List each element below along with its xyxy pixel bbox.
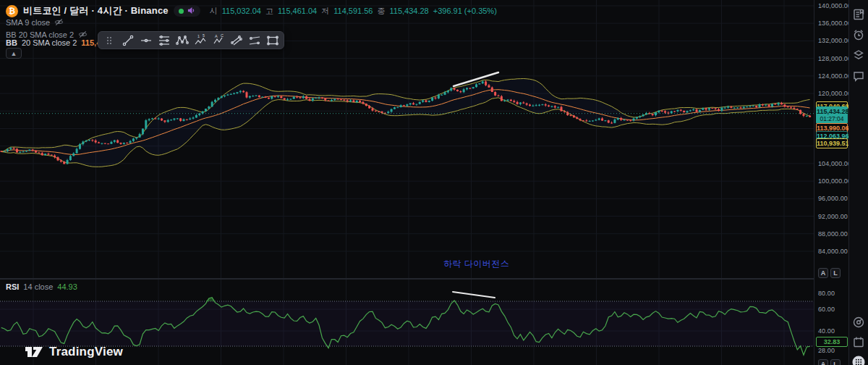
open-label: 시	[210, 6, 218, 17]
low-label: 저	[321, 6, 329, 17]
rsi-tick: 60.00	[818, 306, 835, 313]
legend-collapse-button[interactable]: ▲	[6, 48, 22, 59]
svg-text:A: A	[215, 34, 218, 38]
legend-sma9[interactable]: SMA 9 close	[6, 17, 64, 27]
rsi-tick: 28.00	[818, 347, 835, 354]
price-axis[interactable]: 140,000.00136,000.00132,000.00128,000.00…	[814, 0, 848, 365]
disjoint-channel-tool[interactable]	[246, 33, 263, 48]
log-scale-button[interactable]: L	[830, 268, 841, 278]
horizontal-line-tool[interactable]	[137, 33, 154, 48]
price-tick: 84,000.00	[818, 248, 848, 255]
ohlc-readout: 시115,032.04 고115,461.04 저114,591.56 종115…	[210, 6, 497, 17]
elliott-wave-tool[interactable]: 15	[192, 33, 208, 48]
rsi-name: RSI	[6, 282, 19, 291]
parallel-lines-tool[interactable]	[156, 33, 172, 48]
right-sidebar	[848, 0, 868, 365]
tradingview-logo-text: TradingView	[49, 345, 123, 359]
close-label: 종	[378, 6, 386, 17]
price-tick: 124,000.00	[818, 72, 851, 80]
close-value: 115,434.28	[390, 7, 429, 15]
price-tag: 115,434.2801:27:04	[816, 106, 848, 124]
high-value: 115,461.04	[278, 7, 317, 15]
price-tick: 120,000.00	[818, 90, 851, 97]
log-scale-button[interactable]: L	[830, 359, 841, 365]
trend-line-tool[interactable]	[119, 33, 136, 48]
notification-speaker-icon	[187, 4, 195, 17]
rsi-params: 14 close	[23, 282, 53, 291]
scope-icon[interactable]	[852, 316, 865, 329]
eye-off-icon[interactable]	[54, 17, 64, 27]
tradingview-logo-mark	[25, 344, 43, 360]
price-tag: 110,939.51	[816, 138, 848, 148]
abcd-pattern-tool[interactable]: AC	[210, 33, 226, 48]
tradingview-logo[interactable]: TradingView	[25, 344, 123, 360]
price-tick: 140,000.00	[818, 2, 851, 9]
price-tick: 92,000.00	[818, 213, 848, 220]
rectangle-tool[interactable]	[264, 33, 281, 48]
bitcoin-icon: ₿	[6, 5, 18, 17]
high-label: 고	[265, 6, 273, 17]
apps-grid-icon[interactable]	[852, 356, 865, 365]
price-tick: 100,000.00	[818, 177, 851, 185]
price-tick: 132,000.00	[818, 37, 851, 44]
price-tick: 88,000.00	[818, 230, 848, 238]
drag-handle[interactable]	[101, 33, 118, 48]
legend-sma9-label: SMA 9 close	[6, 18, 50, 27]
auto-scale-button[interactable]: A	[818, 359, 828, 365]
legend-bb-params: 20 SMA close 2	[22, 38, 77, 47]
legend-bb-title: BB	[6, 38, 17, 47]
open-value: 115,032.04	[222, 7, 261, 15]
calendar-icon[interactable]	[852, 335, 865, 348]
market-status-badge[interactable]	[174, 5, 200, 17]
parallel-channel-tool[interactable]	[228, 33, 244, 48]
price-tick: 136,000.00	[818, 20, 851, 27]
auto-scale-button[interactable]: A	[818, 268, 828, 278]
svg-text:5: 5	[203, 34, 205, 38]
market-open-dot	[179, 9, 184, 14]
xabcd-pattern-tool[interactable]	[174, 33, 190, 48]
symbol-title[interactable]: 비트코인 / 달러 · 4시간 · Binance	[23, 4, 169, 17]
rsi-tick: 80.00	[818, 290, 835, 297]
divergence-annotation-text[interactable]: 하락 다이버전스	[443, 258, 509, 270]
watchlist-icon[interactable]	[852, 8, 865, 21]
price-tick: 96,000.00	[818, 195, 848, 202]
rsi-last-value-tag: 32.83	[816, 337, 848, 347]
svg-text:1: 1	[197, 34, 200, 38]
price-tick: 128,000.00	[818, 55, 851, 62]
object-tree-icon[interactable]	[852, 49, 865, 62]
rsi-tick: 40.00	[818, 327, 835, 335]
chat-icon[interactable]	[852, 70, 865, 83]
chart-canvas[interactable]	[0, 0, 868, 365]
drawing-favorites-toolbar: 15AC	[98, 31, 284, 49]
rsi-legend[interactable]: RSI 14 close 44.93	[6, 282, 77, 291]
alert-clock-icon[interactable]	[852, 28, 865, 41]
price-tick: 104,000.00	[818, 160, 851, 167]
change-value: +396.91 (+0.35%)	[433, 7, 497, 15]
symbol-header: ₿ 비트코인 / 달러 · 4시간 · Binance 시115,032.04 …	[6, 4, 497, 18]
rsi-value: 44.93	[57, 282, 77, 291]
low-value: 114,591.56	[333, 7, 373, 15]
legend-bb-hidden-label: BB 20 SMA close 2	[6, 30, 74, 39]
svg-text:C: C	[221, 34, 224, 38]
tradingview-chart-window: ₿ 비트코인 / 달러 · 4시간 · Binance 시115,032.04 …	[0, 0, 868, 365]
